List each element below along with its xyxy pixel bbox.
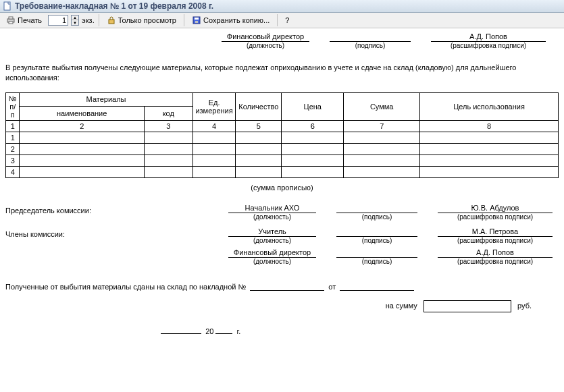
chair-position: Начальник АХО <box>228 204 316 213</box>
table-row: 4 <box>6 166 559 177</box>
date-row: 20 г. <box>5 325 559 335</box>
svg-rect-6 <box>195 18 199 20</box>
sum-row: на сумму руб. <box>5 300 559 312</box>
save-copy-button[interactable]: Сохранить копию... <box>188 14 273 26</box>
table-number-row: 1 2 3 4 5 6 7 8 <box>6 120 559 132</box>
sum-in-words-caption: (сумма прописью) <box>5 184 559 192</box>
lock-icon <box>107 16 116 25</box>
member2-signature <box>336 248 417 258</box>
copies-input[interactable] <box>48 15 68 26</box>
th-purpose: Цель использования <box>420 92 559 120</box>
member1-name: М.А. Петрова <box>438 227 553 237</box>
sum-box <box>424 300 511 312</box>
svg-rect-0 <box>4 2 10 10</box>
member2-name: А.Д. Попов <box>438 248 553 258</box>
th-code-sub: код <box>144 107 193 121</box>
top-name-block: А.Д. Попов (расшифровка подписи) <box>431 32 546 49</box>
sum-suffix: руб. <box>517 302 532 310</box>
view-only-button[interactable]: Только просмотр <box>103 14 180 26</box>
th-price: Цена <box>282 92 344 120</box>
member1-signature <box>336 227 417 237</box>
sum-label: на сумму <box>386 302 417 310</box>
copies-spinner[interactable]: ▲ ▼ <box>71 15 79 26</box>
th-materials: Материалы <box>20 92 193 107</box>
members-label: Члены комиссии: <box>5 227 208 244</box>
spinner-down-icon[interactable]: ▼ <box>72 20 78 25</box>
top-position-value: Финансовый директор <box>222 32 309 42</box>
window-titlebar: Требование-накладная № 1 от 19 февраля 2… <box>0 0 564 13</box>
svg-rect-3 <box>9 22 13 24</box>
help-button[interactable]: ? <box>282 15 292 26</box>
help-label: ? <box>285 16 289 24</box>
date-day-field <box>161 325 201 334</box>
th-sum: Сумма <box>344 92 420 120</box>
chair-label: Председатель комиссии: <box>5 204 208 221</box>
spinner-up-icon[interactable]: ▲ <box>72 16 78 20</box>
save-icon <box>192 16 201 25</box>
print-button[interactable]: Печать <box>3 14 45 26</box>
toolbar-separator <box>184 14 184 26</box>
chair-signature <box>336 204 417 213</box>
top-signature-value <box>330 32 411 42</box>
document-icon <box>3 1 12 11</box>
window-title: Требование-накладная № 1 от 19 февраля 2… <box>15 1 213 11</box>
intro-paragraph: В результате выбытия получены следующие … <box>5 63 559 83</box>
member2-position: Финансовый директор <box>228 248 316 258</box>
toolbar-separator <box>277 14 278 26</box>
materials-table: № п/п Материалы Ед. измерения Количество… <box>5 92 559 178</box>
table-row: 1 <box>6 132 559 143</box>
printer-icon <box>6 16 16 25</box>
view-only-label: Только просмотр <box>118 16 176 24</box>
handover-from-label: от <box>328 283 336 291</box>
top-signature-caption: (подпись) <box>330 42 411 49</box>
save-copy-label: Сохранить копию... <box>203 16 270 24</box>
date-century: 20 <box>205 327 213 335</box>
date-year-suffix: г. <box>237 327 241 335</box>
top-position-block: Финансовый директор (должность) <box>222 32 309 49</box>
document-body: Финансовый директор (должность) (подпись… <box>0 28 564 349</box>
th-qty: Количество <box>236 92 282 120</box>
toolbar-separator <box>99 14 99 26</box>
th-name-sub: наименование <box>20 107 144 121</box>
top-position-caption: (должность) <box>222 42 309 49</box>
toolbar: Печать ▲ ▼ экз. Только просмотр Сохранит… <box>0 13 564 28</box>
chair-name: Ю.В. Абдулов <box>438 204 553 213</box>
svg-rect-2 <box>9 17 13 19</box>
member1-position: Учитель <box>228 227 316 237</box>
print-label: Печать <box>18 16 42 24</box>
top-name-value: А.Д. Попов <box>431 32 546 42</box>
handover-prefix: Полученные от выбытия материалы сданы на… <box>5 283 246 291</box>
date-year-field <box>215 325 232 334</box>
table-row: 3 <box>6 155 559 166</box>
copies-suffix: экз. <box>82 16 95 24</box>
th-unit: Ед. измерения <box>193 92 236 120</box>
invoice-number-field <box>250 281 324 291</box>
th-npp: № п/п <box>6 92 20 120</box>
table-row: 2 <box>6 143 559 155</box>
svg-rect-7 <box>195 21 198 23</box>
invoice-date-field <box>340 281 414 291</box>
svg-rect-4 <box>109 20 114 24</box>
top-signature-block: (подпись) <box>330 32 411 49</box>
top-name-caption: (расшифровка подписи) <box>431 42 546 49</box>
